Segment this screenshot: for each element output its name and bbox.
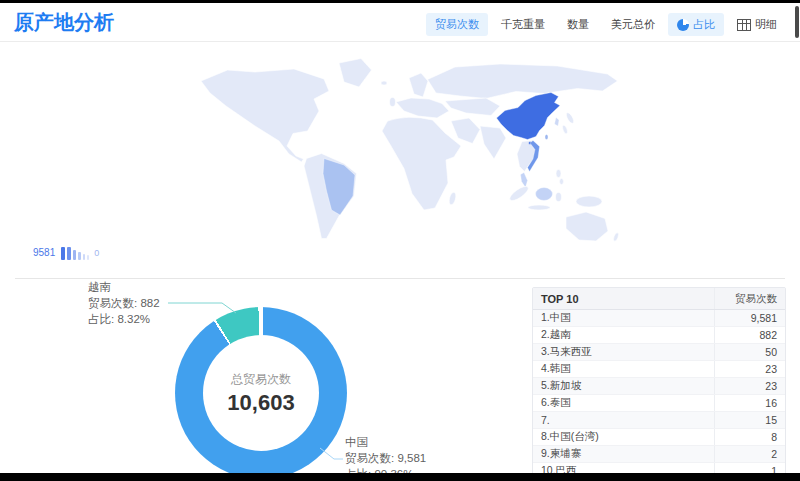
- map-sumatra: [508, 184, 531, 203]
- pie-icon: [677, 19, 689, 31]
- map-greenland: [339, 59, 372, 88]
- top10-table-header: TOP 10 贸易次数: [533, 288, 785, 310]
- callout-vietnam-count: 贸易次数: 882: [88, 295, 160, 311]
- table-row[interactable]: 9.柬埔寨 2: [533, 446, 785, 463]
- row-value: 50: [714, 344, 785, 360]
- row-country: 8.中国(台湾): [533, 430, 714, 444]
- top10-table-body: 1.中国 9,581 2.越南 882 3.马来西亚 50 4.韩国 23 5.…: [533, 310, 785, 479]
- table-row[interactable]: 1.中国 9,581: [533, 310, 785, 327]
- table-row[interactable]: 4.韩国 23: [533, 361, 785, 378]
- map-new-guinea: [576, 196, 602, 207]
- map-new-zealand: [613, 232, 620, 242]
- map-country-china[interactable]: [497, 93, 561, 140]
- table-row[interactable]: 6.泰国 16: [533, 395, 785, 412]
- detail-button-label: 明细: [755, 17, 777, 32]
- map-europe: [396, 98, 449, 118]
- legend-max-value: 9581: [33, 247, 55, 258]
- table-row[interactable]: 5.新加坡 23: [533, 378, 785, 395]
- map-philippines-2: [560, 179, 564, 185]
- map-india: [480, 126, 506, 159]
- row-value: 9,581: [714, 310, 785, 326]
- table-row[interactable]: 2.越南 882: [533, 327, 785, 344]
- bottom-border: [0, 473, 800, 481]
- row-value: 23: [714, 361, 785, 377]
- row-value: 16: [714, 395, 785, 411]
- row-value: 8: [714, 429, 785, 445]
- legend-bar: [67, 247, 71, 260]
- map-philippines: [556, 170, 561, 178]
- map-land-regions: [201, 59, 619, 242]
- metric-button-trade-count[interactable]: 贸易次数: [426, 13, 488, 36]
- header-divider: [0, 41, 800, 42]
- map-borneo: [536, 188, 553, 201]
- map-uk: [390, 98, 396, 107]
- origin-analysis-page: 原产地分析 贸易次数 千克重量 数量 美元总价 占比 明细: [0, 0, 800, 481]
- row-country: 5.新加坡: [533, 379, 714, 393]
- row-value: 882: [714, 327, 785, 343]
- map-madagascar: [448, 191, 457, 205]
- view-button-detail[interactable]: 明细: [728, 13, 786, 36]
- donut-chart[interactable]: 总贸易次数 10,603: [175, 307, 347, 479]
- metric-button-usd-total[interactable]: 美元总价: [602, 13, 664, 36]
- map-country-malaysia[interactable]: [521, 173, 528, 188]
- top-border: [0, 0, 800, 3]
- metric-button-quantity[interactable]: 数量: [558, 13, 598, 36]
- row-country: 4.韩国: [533, 362, 714, 376]
- donut-total-label: 总贸易次数: [231, 371, 291, 388]
- callout-vietnam: 越南 贸易次数: 882 占比: 8.32%: [88, 279, 160, 327]
- row-country: 2.越南: [533, 328, 714, 342]
- view-button-percentage[interactable]: 占比: [668, 13, 724, 36]
- map-sulawesi: [556, 193, 562, 202]
- page-title: 原产地分析: [14, 9, 114, 36]
- vietnam-leader-line: [168, 303, 236, 313]
- map-country-korea[interactable]: [555, 118, 560, 127]
- legend-min-value: 0: [94, 248, 99, 258]
- top10-header-value: 贸易次数: [714, 288, 785, 309]
- map-africa: [382, 117, 461, 210]
- map-central-asia: [445, 98, 500, 116]
- table-row[interactable]: 8.中国(台湾) 8: [533, 429, 785, 446]
- donut-total-value: 10,603: [227, 390, 294, 416]
- callout-china-name: 中国: [345, 434, 426, 450]
- map-scandinavia: [409, 73, 428, 97]
- legend-bar: [61, 247, 65, 260]
- row-country: 6.泰国: [533, 396, 714, 410]
- top10-header-rank: TOP 10: [533, 293, 714, 305]
- map-java: [528, 205, 550, 210]
- legend-bar: [78, 252, 81, 260]
- map-iceland: [381, 81, 387, 85]
- row-value: 23: [714, 378, 785, 394]
- table-icon: [737, 19, 751, 31]
- table-row[interactable]: 3.马来西亚 50: [533, 344, 785, 361]
- row-value: 2: [714, 446, 785, 462]
- legend-bar: [83, 254, 85, 260]
- donut-center: 总贸易次数 10,603: [203, 335, 319, 451]
- callout-vietnam-percent: 占比: 8.32%: [88, 311, 160, 327]
- map-legend: 9581 0: [33, 245, 99, 260]
- world-map[interactable]: [180, 52, 630, 252]
- row-country: 1.中国: [533, 311, 714, 325]
- map-japan-2: [562, 125, 569, 135]
- metric-button-kg-weight[interactable]: 千克重量: [492, 13, 554, 36]
- row-country: 3.马来西亚: [533, 345, 714, 359]
- row-value: 15: [714, 412, 785, 428]
- map-russia: [428, 64, 618, 99]
- row-country: 7.: [533, 414, 714, 426]
- map-north-america: [201, 69, 329, 162]
- legend-bar: [87, 255, 89, 260]
- metric-toolbar: 贸易次数 千克重量 数量 美元总价 占比 明细: [426, 13, 786, 36]
- table-row[interactable]: 7. 15: [533, 412, 785, 429]
- map-japan: [565, 112, 575, 125]
- map-middle-east: [451, 118, 480, 144]
- map-country-taiwan[interactable]: [545, 135, 548, 140]
- percentage-button-label: 占比: [693, 17, 715, 32]
- callout-vietnam-name: 越南: [88, 279, 160, 295]
- legend-bar: [73, 250, 76, 260]
- map-australia: [566, 212, 608, 241]
- callout-china-count: 贸易次数: 9,581: [345, 450, 426, 466]
- scrollbar-thumb[interactable]: [795, 6, 799, 38]
- row-country: 9.柬埔寨: [533, 447, 714, 461]
- top10-table: TOP 10 贸易次数 1.中国 9,581 2.越南 882 3.马来西亚 5…: [532, 287, 786, 480]
